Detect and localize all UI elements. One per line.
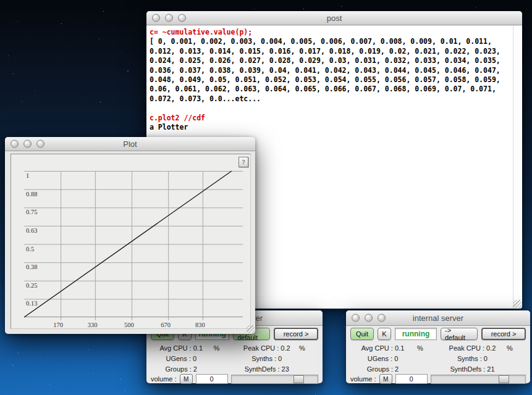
zoom-icon[interactable] (378, 314, 386, 322)
star (17, 352, 19, 354)
post-line: c.plot2 //cdf (150, 114, 511, 123)
post-line: a Plotter (150, 123, 511, 132)
peak-cpu-stat: Peak CPU : 0.2 (235, 344, 300, 352)
percent-label: % (214, 344, 235, 352)
star (58, 379, 59, 380)
internal-server-titlebar[interactable]: internal server (346, 310, 530, 326)
star (12, 365, 14, 366)
volume-slider-thumb[interactable] (293, 375, 304, 383)
x-tick-label: 500 (124, 322, 134, 328)
star (88, 349, 89, 350)
star (476, 7, 476, 8)
star (2, 157, 3, 157)
star (13, 73, 14, 74)
x-tick-label: 170 (53, 322, 63, 328)
post-line (150, 104, 511, 113)
zoom-icon[interactable] (36, 140, 44, 148)
volume-value-field[interactable]: 0 (196, 374, 228, 384)
x-tick-label: 670 (161, 322, 171, 328)
volume-slider-thumb[interactable] (499, 375, 509, 383)
plot-titlebar[interactable]: Plot (5, 137, 255, 151)
peak-cpu-stat: Peak CPU : 0.2 (438, 344, 507, 352)
close-icon[interactable] (152, 14, 160, 22)
record-button[interactable]: record > (274, 328, 318, 340)
star (523, 44, 523, 45)
kill-button[interactable]: K (378, 328, 391, 340)
plot-chart: 10.880.750.630.50.380.250.13170330500670… (24, 171, 243, 317)
star (254, 9, 255, 9)
post-window-title: post (146, 11, 522, 25)
post-line: 0.072, 0.073, 0.0...etc... (150, 94, 511, 104)
synths-stat: Synths : 0 (235, 355, 300, 362)
zoom-icon[interactable] (178, 14, 186, 22)
quit-button[interactable]: Quit (350, 328, 374, 340)
avg-cpu-stat: Avg CPU : 0.1 (348, 344, 417, 352)
minimize-icon[interactable] (23, 140, 32, 148)
desktop: post c= ~cumulative.value(p);[ 0, 0.001,… (0, 0, 532, 395)
post-resize-grip[interactable] (513, 300, 521, 308)
volume-value-field[interactable]: 0 (395, 374, 428, 384)
percent-label: % (299, 344, 320, 352)
star (35, 96, 35, 96)
post-line: 0.024, 0.025, 0.026, 0.027, 0.028, 0.029… (150, 56, 511, 65)
star (99, 39, 99, 40)
help-button[interactable]: ? (239, 157, 248, 167)
percent-label: % (417, 344, 438, 352)
post-line: 0.06, 0.061, 0.062, 0.063, 0.064, 0.065,… (150, 85, 511, 94)
star (100, 102, 101, 102)
volume-label: volume : (350, 375, 376, 383)
star (17, 21, 18, 22)
synthdefs-stat: SynthDefs : 23 (235, 365, 300, 373)
star (61, 23, 62, 24)
ugens-stat: UGens : 0 (149, 355, 214, 362)
star (119, 351, 119, 352)
star (341, 6, 342, 7)
synths-stat: Synths : 0 (438, 355, 507, 362)
groups-stat: Groups : 2 (348, 365, 417, 373)
minimize-icon[interactable] (365, 314, 373, 322)
post-line: c= ~cumulative.value(p); (150, 28, 511, 37)
plot-panel: ? 10.880.750.630.50.380.250.131703305006… (11, 154, 251, 329)
post-line: 0.012, 0.013, 0.014, 0.015, 0.016, 0.017… (150, 47, 511, 56)
groups-stat: Groups : 2 (149, 365, 214, 373)
volume-slider[interactable] (231, 375, 318, 384)
volume-slider[interactable] (431, 375, 526, 384)
synthdefs-stat: SynthDefs : 21 (438, 365, 507, 373)
post-scrollbar[interactable] (513, 26, 522, 309)
post-line: [ 0, 0.001, 0.002, 0.003, 0.004, 0.005, … (150, 37, 511, 46)
ugens-stat: UGens : 0 (348, 355, 417, 362)
mute-button[interactable]: M (180, 374, 193, 384)
star (103, 11, 104, 12)
post-line: 0.048, 0.049, 0.05, 0.051, 0.052, 0.053,… (150, 75, 511, 85)
plot-window: Plot ? 10.880.750.630.50.380.250.1317033… (5, 137, 255, 334)
star (93, 373, 94, 374)
percent-label: % (507, 344, 528, 352)
mute-button[interactable]: M (379, 374, 392, 384)
star (343, 316, 344, 317)
post-line: 0.036, 0.037, 0.038, 0.039, 0.04, 0.041,… (150, 66, 511, 75)
internal-server-window: internal server Quit K running -> defaul… (346, 310, 530, 383)
record-button[interactable]: record > (481, 328, 526, 340)
star (385, 385, 386, 385)
close-icon[interactable] (11, 140, 19, 148)
make-default-button[interactable]: -> default (441, 328, 478, 340)
star (303, 9, 304, 9)
star (8, 56, 9, 56)
star (48, 352, 48, 353)
star (122, 52, 122, 53)
star (344, 326, 345, 327)
star (120, 379, 121, 380)
plot-resize-grip[interactable] (247, 325, 255, 333)
star (49, 384, 50, 385)
star (507, 388, 508, 388)
server-status: running (395, 328, 437, 340)
star (22, 101, 22, 102)
minimize-icon[interactable] (165, 14, 173, 22)
star (529, 252, 530, 253)
post-titlebar[interactable]: post (146, 11, 522, 25)
volume-label: volume : (151, 375, 177, 383)
close-icon[interactable] (352, 314, 360, 322)
avg-cpu-stat: Avg CPU : 0.1 (149, 344, 214, 352)
x-tick-label: 330 (88, 322, 98, 328)
star (127, 70, 129, 72)
